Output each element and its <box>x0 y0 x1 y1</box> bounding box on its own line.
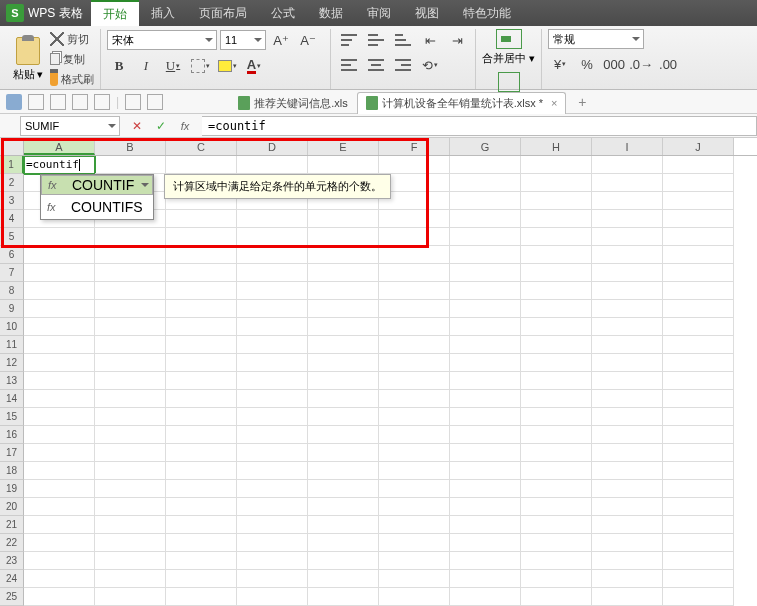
cell[interactable] <box>308 426 379 444</box>
cell[interactable] <box>237 336 308 354</box>
row-header[interactable]: 13 <box>0 372 24 390</box>
cell[interactable] <box>521 282 592 300</box>
cell[interactable] <box>24 300 95 318</box>
row-header[interactable]: 20 <box>0 498 24 516</box>
cell[interactable] <box>95 282 166 300</box>
cell[interactable] <box>379 426 450 444</box>
cell[interactable] <box>663 534 734 552</box>
row-header[interactable]: 5 <box>0 228 24 246</box>
cell[interactable] <box>592 444 663 462</box>
cell[interactable] <box>95 228 166 246</box>
row-header[interactable]: 18 <box>0 462 24 480</box>
cell[interactable] <box>592 552 663 570</box>
increase-decimal-button[interactable]: .0→ <box>629 53 653 75</box>
cell[interactable] <box>450 552 521 570</box>
cell[interactable] <box>24 264 95 282</box>
cell[interactable] <box>663 570 734 588</box>
cell[interactable] <box>308 498 379 516</box>
cell[interactable] <box>237 534 308 552</box>
fx-button[interactable]: fx <box>176 117 194 135</box>
formula-input[interactable]: =countif <box>202 116 757 136</box>
cell[interactable] <box>95 264 166 282</box>
font-size-select[interactable]: 11 <box>220 30 266 50</box>
cell[interactable] <box>237 552 308 570</box>
cell[interactable] <box>24 390 95 408</box>
font-color-button[interactable]: A▾ <box>242 55 266 77</box>
cell[interactable] <box>166 228 237 246</box>
cell[interactable] <box>592 408 663 426</box>
cell[interactable] <box>450 408 521 426</box>
cell[interactable] <box>450 336 521 354</box>
cell[interactable] <box>592 534 663 552</box>
cell[interactable] <box>450 318 521 336</box>
row-header[interactable]: 8 <box>0 282 24 300</box>
cell[interactable] <box>592 372 663 390</box>
name-box[interactable]: SUMIF <box>20 116 120 136</box>
cell[interactable] <box>166 336 237 354</box>
cell[interactable] <box>95 516 166 534</box>
cell[interactable] <box>24 318 95 336</box>
cell[interactable] <box>237 516 308 534</box>
column-header[interactable]: E <box>308 138 379 155</box>
cell[interactable] <box>450 372 521 390</box>
cell[interactable] <box>237 318 308 336</box>
cancel-formula-button[interactable]: ✕ <box>128 117 146 135</box>
cell[interactable] <box>379 372 450 390</box>
cell[interactable] <box>166 282 237 300</box>
row-header[interactable]: 23 <box>0 552 24 570</box>
cell[interactable] <box>237 372 308 390</box>
row-header[interactable]: 11 <box>0 336 24 354</box>
cell[interactable] <box>308 300 379 318</box>
cell[interactable] <box>663 228 734 246</box>
cell[interactable] <box>663 210 734 228</box>
cell[interactable] <box>166 552 237 570</box>
cell[interactable] <box>521 390 592 408</box>
cell[interactable] <box>663 588 734 606</box>
document-tab[interactable]: 推荐关键词信息.xls <box>229 92 357 114</box>
cell[interactable] <box>308 516 379 534</box>
document-tab[interactable]: 计算机设备全年销量统计表.xlsx *× <box>357 92 567 114</box>
cell[interactable] <box>521 480 592 498</box>
cell[interactable] <box>663 480 734 498</box>
cell[interactable] <box>521 174 592 192</box>
cell[interactable] <box>237 588 308 606</box>
cell[interactable] <box>450 390 521 408</box>
cell[interactable] <box>379 480 450 498</box>
cell[interactable] <box>521 444 592 462</box>
cell[interactable] <box>521 264 592 282</box>
cell[interactable] <box>663 372 734 390</box>
copy-button[interactable]: 复制 <box>50 51 94 68</box>
cell[interactable] <box>379 390 450 408</box>
cell[interactable] <box>308 534 379 552</box>
cell[interactable] <box>24 354 95 372</box>
comma-button[interactable]: 000 <box>602 53 626 75</box>
cell[interactable] <box>663 192 734 210</box>
cell[interactable] <box>308 210 379 228</box>
cell[interactable] <box>450 354 521 372</box>
cell[interactable] <box>166 498 237 516</box>
cell[interactable] <box>663 318 734 336</box>
cell[interactable] <box>95 534 166 552</box>
ribbon-tab-1[interactable]: 插入 <box>139 0 187 26</box>
column-header[interactable]: I <box>592 138 663 155</box>
redo-icon[interactable] <box>94 94 110 110</box>
cell[interactable] <box>592 246 663 264</box>
row-header[interactable]: 22 <box>0 534 24 552</box>
cell[interactable] <box>95 426 166 444</box>
cell[interactable] <box>450 192 521 210</box>
cell[interactable] <box>450 174 521 192</box>
cell[interactable] <box>592 174 663 192</box>
cell[interactable] <box>24 570 95 588</box>
cell[interactable] <box>521 570 592 588</box>
column-header[interactable]: F <box>379 138 450 155</box>
cell[interactable] <box>379 354 450 372</box>
merge-center-button[interactable]: 合并居中 ▾ <box>482 29 535 66</box>
column-header[interactable]: C <box>166 138 237 155</box>
cell[interactable] <box>521 210 592 228</box>
number-format-select[interactable]: 常规 <box>548 29 644 49</box>
row-header[interactable]: 6 <box>0 246 24 264</box>
border-button[interactable]: ▾ <box>188 55 212 77</box>
cell[interactable] <box>663 354 734 372</box>
cell[interactable] <box>450 264 521 282</box>
cell[interactable] <box>237 444 308 462</box>
